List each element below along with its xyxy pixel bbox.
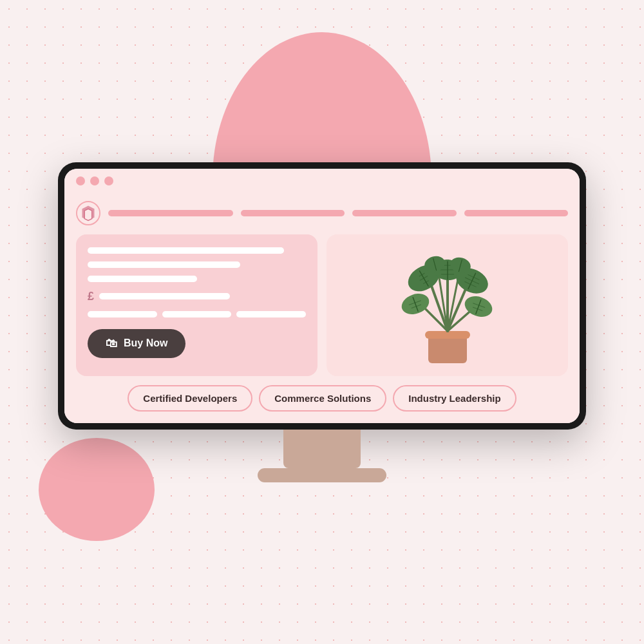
text-line-1 bbox=[88, 247, 284, 254]
small-btn-1 bbox=[88, 311, 157, 317]
buy-now-button[interactable]: 🛍 Buy Now bbox=[88, 329, 185, 358]
svg-line-5 bbox=[448, 289, 466, 331]
monitor-stand-base bbox=[258, 468, 386, 482]
plant-illustration bbox=[383, 234, 512, 370]
small-btn-2 bbox=[162, 311, 232, 317]
traffic-light-green bbox=[104, 176, 113, 185]
browser-content: £ 🛍 Buy Now bbox=[64, 193, 580, 423]
buttons-row bbox=[88, 311, 306, 317]
monitor-stand-neck bbox=[283, 430, 361, 468]
monitor-wrapper: £ 🛍 Buy Now bbox=[58, 162, 586, 482]
nav-pill-2 bbox=[241, 210, 345, 216]
small-btn-3 bbox=[236, 311, 306, 317]
tag-commerce-solutions[interactable]: Commerce Solutions bbox=[259, 385, 386, 412]
tag-certified-developers[interactable]: Certified Developers bbox=[128, 385, 252, 412]
nav-pill-1 bbox=[108, 210, 233, 216]
currency-symbol: £ bbox=[88, 290, 94, 303]
traffic-light-red bbox=[76, 176, 85, 185]
price-bar bbox=[99, 293, 230, 299]
monitor-screen: £ 🛍 Buy Now bbox=[64, 169, 580, 423]
price-row: £ bbox=[88, 290, 306, 303]
nav-bar bbox=[76, 201, 568, 225]
tags-row: Certified Developers Commerce Solutions … bbox=[76, 385, 568, 412]
left-card: £ 🛍 Buy Now bbox=[76, 234, 317, 376]
buy-now-label: Buy Now bbox=[124, 337, 167, 349]
nav-pill-3 bbox=[352, 210, 456, 216]
traffic-light-yellow bbox=[90, 176, 99, 185]
nav-pill-4 bbox=[464, 210, 568, 216]
content-grid: £ 🛍 Buy Now bbox=[76, 234, 568, 376]
monitor: £ 🛍 Buy Now bbox=[58, 162, 586, 430]
magento-logo bbox=[76, 201, 100, 225]
plant-container bbox=[327, 234, 568, 376]
text-line-2 bbox=[88, 261, 240, 268]
bag-icon: 🛍 bbox=[106, 337, 117, 350]
svg-point-0 bbox=[77, 201, 100, 224]
tag-industry-leadership[interactable]: Industry Leadership bbox=[393, 385, 516, 412]
title-bar bbox=[64, 169, 580, 193]
right-card-plant bbox=[327, 234, 568, 376]
text-line-3 bbox=[88, 276, 197, 282]
